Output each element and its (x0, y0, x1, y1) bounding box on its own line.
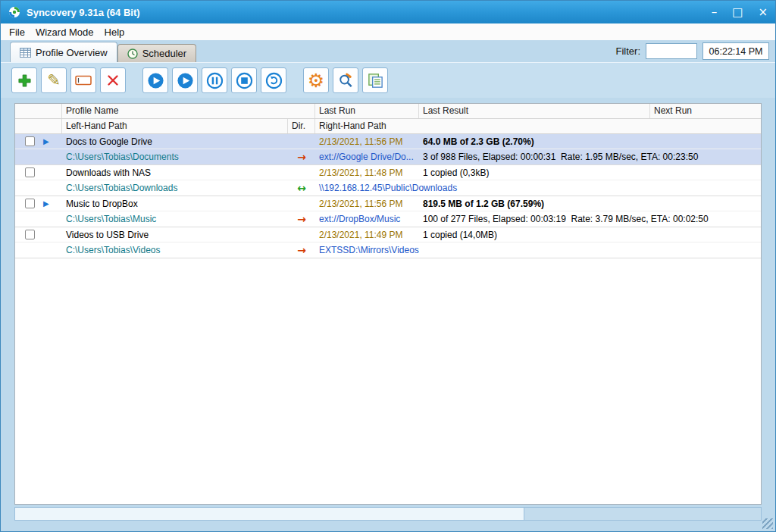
clock-display: 06:22:14 PM (702, 42, 769, 60)
settings-gear-icon: ⚙ (308, 71, 324, 90)
column-header-profile-name: Profile Name (62, 104, 315, 118)
copy-profiles-icon (367, 72, 384, 89)
close-button[interactable]: × (758, 7, 768, 18)
horizontal-scrollbar[interactable] (14, 507, 762, 521)
last-run-value: 2/13/2021, 11:56 PM (315, 136, 419, 147)
scheduler-clock-icon (127, 49, 138, 59)
last-result-value: 1 copied (0,3kB) (419, 167, 650, 178)
settings-button[interactable]: ⚙ (303, 67, 329, 93)
resize-grip[interactable] (762, 518, 773, 529)
tab-strip: Profile Overview Scheduler Filter: 06:22… (1, 40, 775, 62)
profile-row-docs-to-google-drive[interactable]: ▶ Docs to Google Drive 2/13/2021, 11:56 … (15, 134, 761, 165)
running-indicator-icon: ▶ (43, 199, 52, 208)
app-logo-icon (8, 6, 20, 18)
toolbar: ✎ (1, 62, 775, 98)
menu-wizard-mode[interactable]: Wizard Mode (30, 25, 99, 39)
tab-profile-overview[interactable]: Profile Overview (10, 42, 117, 62)
window-title: Syncovery 9.31a (64 Bit) (27, 7, 140, 18)
delete-profile-button[interactable] (100, 67, 126, 93)
column-header-last-run: Last Run (315, 104, 419, 118)
magnifier-wrench-icon (337, 72, 355, 89)
copy-profiles-button[interactable] (362, 67, 388, 93)
profile-name[interactable]: Docs to Google Drive (62, 136, 315, 147)
tab-profile-overview-label: Profile Overview (36, 47, 108, 58)
run-play-icon (147, 72, 164, 89)
profile-name[interactable]: Downloads with NAS (62, 167, 315, 178)
right-path-link[interactable]: \\192.168.12.45\Public\Downloads (315, 183, 419, 193)
column-header-right-path: Right-Hand Path (315, 119, 761, 133)
find-tools-button[interactable] (333, 67, 358, 93)
profile-overview-grid-icon (20, 48, 31, 58)
menu-help[interactable]: Help (99, 25, 130, 39)
column-header-last-result: Last Result (419, 104, 650, 118)
right-path-link[interactable]: ext://DropBox/Music (315, 214, 419, 224)
title-bar: Syncovery 9.31a (64 Bit) – □ × (1, 1, 775, 23)
sync-direction-icon: → (288, 213, 315, 225)
table-header-row-1: Profile Name Last Run Last Result Next R… (15, 104, 761, 119)
running-indicator-icon: ▶ (43, 137, 52, 146)
menu-bar: File Wizard Mode Help (1, 23, 775, 40)
profile-row-music-to-dropbox[interactable]: ▶ Music to DropBox 2/13/2021, 11:56 PM 8… (15, 196, 761, 227)
filter-input[interactable] (646, 43, 697, 59)
add-profile-button[interactable] (11, 67, 37, 93)
left-path-link[interactable]: C:\Users\Tobias\Documents (62, 152, 288, 162)
progress-detail: 100 of 277 Files, Elapsed: 00:03:19 Rate… (419, 214, 650, 224)
run-attended-play-icon (177, 72, 194, 89)
stop-button[interactable] (231, 67, 257, 93)
stop-icon (236, 72, 253, 89)
tab-scheduler-label: Scheduler (142, 48, 187, 59)
table-header-row-2: Left-Hand Path Dir. Right-Hand Path (15, 119, 761, 134)
filter-label: Filter: (616, 45, 641, 57)
column-header-left-path: Left-Hand Path (62, 119, 288, 133)
tab-scheduler[interactable]: Scheduler (117, 44, 197, 62)
last-run-value: 2/13/2021, 11:48 PM (315, 167, 419, 178)
edit-profile-button[interactable]: ✎ (41, 67, 67, 93)
column-header-dir: Dir. (288, 119, 315, 133)
add-profile-plus-icon (17, 74, 32, 88)
last-result-value: 64.0 MB of 2.3 GB (2.70%) (419, 136, 650, 147)
sync-direction-icon: → (288, 151, 315, 163)
left-path-link[interactable]: C:\Users\Tobias\Videos (62, 245, 288, 255)
profile-checkbox[interactable] (25, 199, 35, 208)
scrollbar-thumb[interactable] (15, 508, 524, 520)
app-window: Syncovery 9.31a (64 Bit) – □ × File Wiza… (0, 0, 776, 532)
profile-checkbox[interactable] (25, 136, 35, 146)
last-run-value: 2/13/2021, 11:49 PM (315, 230, 419, 240)
sync-direction-icon: ↔ (288, 182, 315, 194)
menu-file[interactable]: File (4, 25, 30, 39)
profile-row-downloads-with-nas[interactable]: Downloads with NAS 2/13/2021, 11:48 PM 1… (15, 165, 761, 196)
rename-field-icon (75, 74, 92, 86)
right-path-link[interactable]: ext://Google Drive/Do... (315, 152, 419, 162)
edit-pencil-icon: ✎ (47, 73, 61, 89)
progress-detail: 3 of 988 Files, Elapsed: 00:00:31 Rate: … (419, 152, 650, 162)
profile-row-videos-to-usb-drive[interactable]: Videos to USB Drive 2/13/2021, 11:49 PM … (15, 227, 761, 258)
minimize-button[interactable]: – (712, 7, 718, 18)
profile-name[interactable]: Videos to USB Drive (62, 230, 315, 240)
rename-profile-button[interactable] (70, 67, 96, 93)
pause-button[interactable] (202, 67, 227, 93)
maximize-button[interactable]: □ (732, 7, 743, 18)
last-run-value: 2/13/2021, 11:56 PM (315, 199, 419, 209)
sync-direction-icon: → (288, 244, 315, 256)
profiles-table: Profile Name Last Run Last Result Next R… (14, 103, 762, 505)
last-result-value: 819.5 MB of 1.2 GB (67.59%) (419, 199, 650, 209)
run-attended-button[interactable] (172, 67, 198, 93)
last-result-value: 1 copied (14,0MB) (419, 230, 650, 240)
column-header-next-run: Next Run (650, 104, 761, 118)
restart-button[interactable] (261, 67, 286, 93)
delete-x-icon (107, 74, 119, 86)
restart-icon (265, 72, 283, 89)
profile-checkbox[interactable] (25, 167, 35, 177)
left-path-link[interactable]: C:\Users\Tobias\Music (62, 214, 288, 224)
right-path-link[interactable]: EXTSSD:\Mirrors\Videos (315, 245, 419, 255)
profile-checkbox[interactable] (25, 230, 35, 239)
profile-name[interactable]: Music to DropBox (62, 199, 315, 209)
run-profile-button[interactable] (142, 67, 168, 93)
left-path-link[interactable]: C:\Users\Tobias\Downloads (62, 183, 288, 193)
pause-icon (206, 72, 224, 89)
